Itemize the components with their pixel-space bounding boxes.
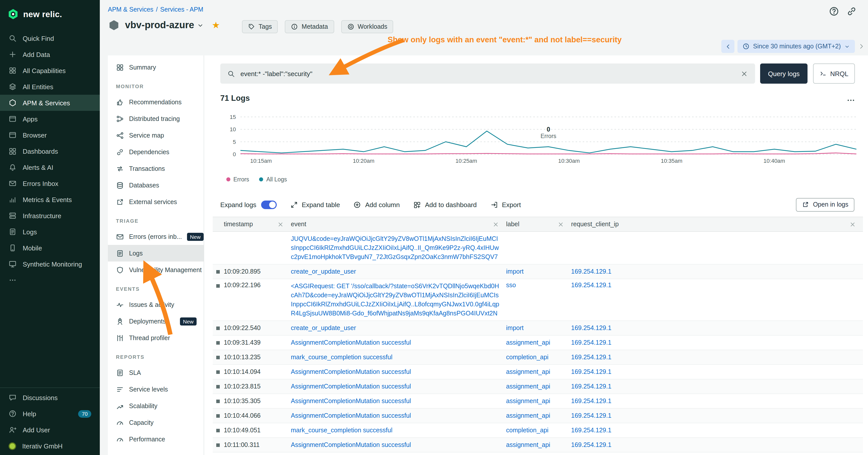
label-link[interactable]: assignment_api [506,442,550,449]
time-back-button[interactable] [721,40,735,53]
row-detail-icon[interactable] [216,428,220,432]
request-client-ip-link[interactable]: 169.254.129.1 [571,339,612,346]
row-detail-icon[interactable] [216,356,220,359]
expand-table-button[interactable]: Expand table [290,201,340,208]
remove-column-event-icon[interactable] [493,221,499,228]
sidebar-item-errors-inbox[interactable]: Errors Inbox [0,175,100,192]
search-input[interactable]: event:* -"label":"security" [220,64,755,84]
time-forward-button[interactable] [858,43,865,50]
help-circle-icon[interactable] [829,6,839,17]
event-link[interactable]: mark_course_completion successful [291,426,500,435]
subnav-item-thread-profiler[interactable]: Thread profiler [108,329,204,346]
breadcrumb-apm-services[interactable]: APM & Services [108,6,154,13]
request-client-ip-link[interactable]: 169.254.129.1 [571,325,612,331]
request-client-ip-link[interactable]: 169.254.129.1 [571,442,612,449]
row-detail-icon[interactable] [216,370,220,373]
log-row-4[interactable]: 10:09:31.439AssignmentCompletionMutation… [213,335,863,350]
subnav-item-summary[interactable]: Summary [108,59,204,75]
clear-query-icon[interactable] [741,70,748,77]
add-column-button[interactable]: Add column [353,201,400,208]
row-detail-icon[interactable] [216,443,220,447]
request-client-ip-link[interactable]: 169.254.129.1 [571,397,612,404]
subnav-item-recommendations[interactable]: Recommendations [108,94,204,110]
row-detail-icon[interactable] [216,341,220,345]
label-link[interactable]: assignment_api [506,339,550,346]
log-row-0[interactable]: JUQVU&code=eyJraWQiOiJjcGltY29yZV8wOTl1M… [213,232,863,264]
nrql-button[interactable]: NRQL [813,64,855,84]
sidebar-item-apps[interactable]: Apps [0,111,100,127]
subnav-item-distributed-tracing[interactable]: Distributed tracing [108,110,204,127]
entity-switcher-chevron-icon[interactable] [197,22,204,29]
log-row-2[interactable]: 10:09:22.196<ASGIRequest: GET '/sso/call… [213,279,863,321]
log-row-8[interactable]: 10:10:35.305AssignmentCompletionMutation… [213,394,863,409]
request-client-ip-link[interactable]: 169.254.129.1 [571,268,612,275]
label-link[interactable]: assignment_api [506,397,550,404]
label-link[interactable]: assignment_api [506,383,550,390]
log-row-1[interactable]: 10:09:20.895create_or_update_userimport1… [213,264,863,279]
metadata-button[interactable]: Metadata [285,20,334,33]
breadcrumb-services-apm[interactable]: Services - APM [160,6,204,13]
expand-logs-toggle[interactable] [261,200,277,209]
subnav-item-vulnerability-management[interactable]: Vulnerability Management [108,261,204,278]
favorite-star-icon[interactable]: ★ [212,21,220,30]
subnav-item-transactions[interactable]: Transactions [108,160,204,177]
legend-item-all-logs[interactable]: All Logs [259,176,287,183]
row-detail-icon[interactable] [216,399,220,403]
time-range-dropdown[interactable]: Since 30 minutes ago (GMT+2) [738,40,855,53]
sidebar-item-add-data[interactable]: Add Data [0,46,100,63]
subnav-item-deployments[interactable]: DeploymentsNew [108,313,204,329]
event-link[interactable]: JUQVU&code=eyJraWQiOiJjcGltY29yZV8wOTl1M… [291,234,500,261]
subnav-item-errors-errors-inb[interactable]: Errors (errors inb...New [108,228,204,245]
sidebar-footer-discussions[interactable]: Discussions [0,390,100,405]
event-link[interactable]: create_or_update_user [291,324,500,332]
request-client-ip-link[interactable]: 169.254.129.1 [571,282,612,289]
request-client-ip-link[interactable]: 169.254.129.1 [571,354,612,361]
sidebar-item-metrics-events[interactable]: Metrics & Events [0,192,100,207]
label-link[interactable]: assignment_api [506,412,550,419]
subnav-item-service-map[interactable]: Service map [108,127,204,143]
sidebar-footer-iterativ-gmbh[interactable]: Iterativ GmbH [0,438,100,454]
row-detail-icon[interactable] [216,270,220,273]
log-row-5[interactable]: 10:10:13.235mark_course_completion succe… [213,350,863,365]
permalink-icon[interactable] [846,6,857,17]
request-client-ip-link[interactable]: 169.254.129.1 [571,368,612,376]
event-link[interactable]: <ASGIRequest: GET '/sso/callback/?state=… [291,282,500,318]
row-detail-icon[interactable] [216,414,220,418]
event-link[interactable]: AssignmentCompletionMutation successful [291,338,500,347]
row-detail-icon[interactable] [216,385,220,388]
sidebar-item-logs[interactable]: Logs [0,224,100,240]
log-row-11[interactable]: 10:11:00.311AssignmentCompletionMutation… [213,438,863,453]
sidebar-item-more[interactable] [0,272,100,288]
sidebar-footer-help[interactable]: Help70 [0,405,100,422]
add-to-dashboard-button[interactable]: Add to dashboard [413,201,476,208]
sidebar-item-browser[interactable]: Browser [0,127,100,143]
sidebar-item-mobile[interactable]: Mobile [0,240,100,256]
subnav-item-logs[interactable]: Logs [108,245,204,261]
subnav-item-capacity[interactable]: Capacity [108,414,204,431]
request-client-ip-link[interactable]: 169.254.129.1 [571,412,612,419]
event-link[interactable]: create_or_update_user [291,267,500,276]
log-row-7[interactable]: 10:10:23.815AssignmentCompletionMutation… [213,380,863,394]
subnav-item-dependencies[interactable]: Dependencies [108,143,204,160]
event-link[interactable]: AssignmentCompletionMutation successful [291,441,500,450]
sidebar-item-dashboards[interactable]: Dashboards [0,143,100,159]
remove-column-timestamp-icon[interactable] [277,221,284,228]
sidebar-item-all-entities[interactable]: All Entities [0,78,100,95]
sidebar-item-apm-services[interactable]: APM & Services [0,95,100,111]
legend-item-errors[interactable]: Errors [226,176,249,183]
more-options-icon[interactable] [846,96,856,105]
subnav-item-external-services[interactable]: External services [108,194,204,210]
tags-button[interactable]: Tags [242,20,278,33]
new-relic-logo[interactable]: new relic. [0,0,100,28]
subnav-item-performance[interactable]: Performance [108,431,204,448]
sidebar-item-all-capabilities[interactable]: All Capabilities [0,63,100,78]
query-logs-button[interactable]: Query logs [760,64,807,84]
event-link[interactable]: AssignmentCompletionMutation successful [291,367,500,377]
remove-column-label-icon[interactable] [558,221,564,228]
label-link[interactable]: completion_api [506,354,549,361]
event-link[interactable]: AssignmentCompletionMutation successful [291,382,500,391]
label-link[interactable]: sso [506,282,516,289]
log-row-6[interactable]: 10:10:14.094AssignmentCompletionMutation… [213,365,863,380]
event-link[interactable]: mark_course_completion successful [291,353,500,362]
label-link[interactable]: import [506,325,524,331]
